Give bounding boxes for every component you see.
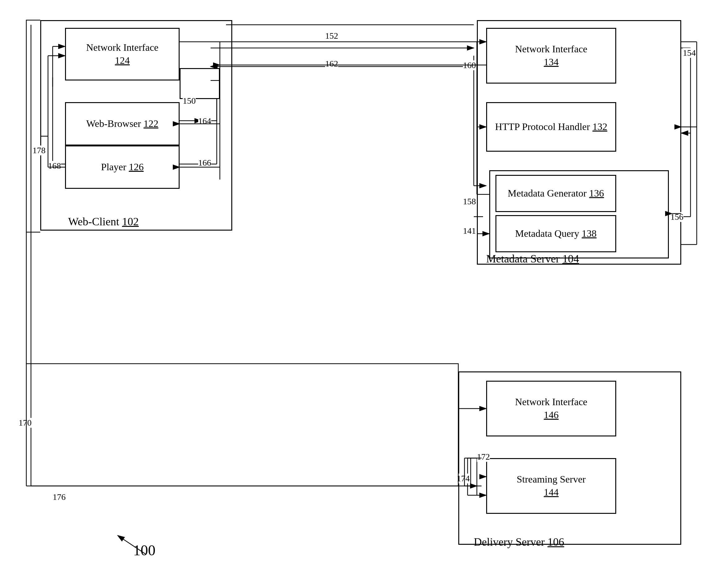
label-141: 141 [463, 226, 476, 236]
http-handler-132-label: HTTP Protocol Handler 132 [495, 121, 607, 133]
delivery-server-label: Delivery Server 106 [474, 535, 564, 549]
label-162: 162 [325, 59, 338, 69]
streaming-server-144-box: Streaming Server 144 [486, 458, 616, 514]
network-interface-124-label: Network Interface 124 [86, 41, 159, 67]
web-client-label: Web-Client 102 [68, 215, 139, 228]
label-150: 150 [183, 96, 196, 106]
label-152: 152 [325, 31, 338, 41]
network-interface-146-label: Network Interface 146 [515, 396, 588, 421]
label-154: 154 [683, 48, 696, 58]
web-browser-122-label: Web-Browser 122 [86, 117, 159, 130]
label-160: 160 [463, 60, 476, 70]
streaming-server-144-label: Streaming Server 144 [517, 473, 586, 499]
metadata-generator-136-box: Metadata Generator 136 [495, 175, 616, 212]
metadata-generator-136-label: Metadata Generator 136 [508, 187, 604, 200]
label-178: 178 [32, 145, 46, 155]
network-interface-134-label: Network Interface 134 [515, 43, 588, 69]
svg-line-30 [118, 535, 146, 554]
player-126-label: Player 126 [101, 161, 144, 174]
http-handler-132-box: HTTP Protocol Handler 132 [486, 102, 616, 152]
diagram: Web-Client 102 Network Interface 124 150… [0, 0, 728, 585]
metadata-query-138-box: Metadata Query 138 [495, 215, 616, 252]
label-176: 176 [53, 492, 66, 502]
label-164: 164 [198, 116, 211, 126]
label-158: 158 [463, 196, 476, 207]
web-browser-122-box: Web-Browser 122 [65, 102, 180, 145]
label-168: 168 [48, 161, 61, 171]
network-interface-146-box: Network Interface 146 [486, 381, 616, 436]
label-172: 172 [477, 452, 490, 462]
label-156: 156 [670, 212, 683, 222]
connector-150-box [180, 68, 220, 99]
network-interface-134-box: Network Interface 134 [486, 28, 616, 84]
label-170: 170 [19, 418, 32, 428]
ref-arrow-100 [99, 526, 161, 557]
metadata-query-138-label: Metadata Query 138 [515, 227, 596, 240]
label-174: 174 [457, 474, 470, 483]
label-166: 166 [198, 158, 211, 168]
network-interface-124-box: Network Interface 124 [65, 28, 180, 80]
player-126-box: Player 126 [65, 145, 180, 189]
